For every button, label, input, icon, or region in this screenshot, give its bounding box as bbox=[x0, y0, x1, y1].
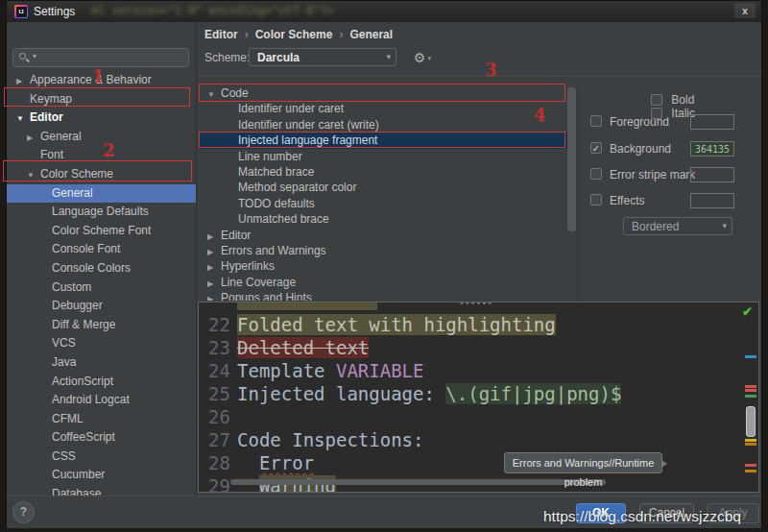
option-item-method-separator-color[interactable]: Method separator color bbox=[200, 180, 571, 195]
options-scrollbar[interactable] bbox=[567, 87, 576, 231]
window-title: Settings bbox=[34, 5, 75, 18]
sidebar-item-vcs[interactable]: VCS bbox=[7, 334, 196, 353]
title-bar[interactable]: ml version="1.0" encoding="utf-8"?> IJ S… bbox=[7, 1, 761, 22]
effect-type-select[interactable]: Bordered ▾ bbox=[623, 217, 732, 235]
help-button[interactable]: ? bbox=[12, 501, 35, 523]
error-stripe-mark[interactable] bbox=[745, 464, 756, 467]
preview-pane: •••••• 22Folded text with highlighting23… bbox=[198, 302, 759, 493]
error-stripe-mark[interactable] bbox=[745, 395, 756, 398]
checkbox-error-stripe-mark[interactable] bbox=[590, 168, 602, 180]
error-stripe-mark[interactable] bbox=[745, 470, 756, 472]
sidebar-item-label: Android Logcat bbox=[52, 393, 130, 406]
breadcrumb-segment[interactable]: Editor bbox=[204, 28, 238, 41]
sidebar-item-custom[interactable]: Custom bbox=[7, 278, 196, 298]
chevron-right-icon: ▶ bbox=[207, 292, 221, 301]
sidebar-item-console-font[interactable]: Console Font bbox=[7, 240, 196, 259]
option-item-label: Editor bbox=[221, 229, 251, 242]
line-number: 26 bbox=[199, 405, 230, 428]
search-input[interactable] bbox=[44, 50, 186, 65]
sidebar-item-label: CFML bbox=[52, 412, 84, 425]
color-options-tree: ▼CodeIdentifier under caretIdentifier un… bbox=[200, 85, 571, 301]
sidebar-item-label: Java bbox=[52, 355, 76, 369]
splitter-handle[interactable]: •••••• bbox=[460, 302, 493, 308]
option-item-label: Line number bbox=[238, 150, 302, 163]
option-item-todo-defaults[interactable]: TODO defaults bbox=[200, 196, 571, 211]
error-stripe-mark[interactable] bbox=[745, 385, 756, 388]
attribute-label: Error stripe mark bbox=[610, 168, 695, 181]
sidebar-item-editor[interactable]: ▼Editor bbox=[7, 109, 196, 128]
checkbox-effects[interactable] bbox=[590, 194, 602, 206]
sidebar-item-label: Cucumber bbox=[52, 468, 105, 481]
sidebar-item-label: Color Scheme Font bbox=[52, 224, 151, 237]
search-options-chevron-icon[interactable]: ▾ bbox=[33, 52, 36, 60]
option-item-label: Popups and Hints bbox=[221, 291, 312, 301]
scheme-label: Scheme: bbox=[204, 51, 250, 64]
sidebar-item-language-defaults[interactable]: Language Defaults bbox=[7, 203, 196, 222]
sidebar-item-general[interactable]: General bbox=[7, 184, 196, 204]
color-field[interactable] bbox=[690, 193, 734, 208]
option-item-identifier-under-caret-write-[interactable]: Identifier under caret (write) bbox=[200, 117, 571, 133]
error-stripe-mark[interactable] bbox=[745, 355, 756, 358]
preview-line: 22Folded text with highlighting bbox=[199, 313, 736, 336]
code-segment-injected: \.(gif|jpg|png)$ bbox=[445, 383, 621, 404]
error-stripe-mark[interactable] bbox=[745, 443, 756, 446]
annotation-box-editor bbox=[4, 87, 190, 107]
option-item-identifier-under-caret[interactable]: Identifier under caret bbox=[200, 101, 571, 116]
preview-vertical-scrollbar[interactable] bbox=[746, 406, 756, 437]
code-segment-plain: Injected language: bbox=[237, 383, 445, 404]
bold-label: Bold bbox=[671, 93, 694, 107]
sidebar-item-android-logcat[interactable]: Android Logcat bbox=[7, 391, 196, 410]
line-number: 24 bbox=[199, 359, 230, 382]
option-item-editor[interactable]: ▶Editor bbox=[200, 228, 571, 243]
sidebar-item-diff-merge[interactable]: Diff & Merge bbox=[7, 316, 196, 335]
option-item-unmatched-brace[interactable]: Unmatched brace bbox=[200, 211, 571, 227]
annotation-number-2: 2 bbox=[103, 140, 115, 160]
checkbox-foreground[interactable] bbox=[590, 115, 602, 127]
color-field[interactable] bbox=[690, 114, 734, 130]
option-item-hyperlinks[interactable]: ▶Hyperlinks bbox=[200, 258, 571, 274]
gear-icon[interactable]: ⚙▾ bbox=[410, 48, 429, 67]
error-stripe-mark[interactable] bbox=[745, 389, 756, 392]
sidebar-item-general[interactable]: ▶General bbox=[7, 128, 196, 147]
search-box[interactable]: ▾ bbox=[12, 48, 189, 67]
sidebar-item-css[interactable]: CSS bbox=[7, 447, 196, 467]
sidebar-item-console-colors[interactable]: Console Colors bbox=[7, 259, 196, 278]
bold-option[interactable]: Bold bbox=[651, 93, 694, 107]
option-item-matched-brace[interactable]: Matched brace bbox=[200, 164, 571, 180]
preview-line: 23Deleted text bbox=[199, 336, 736, 359]
attribute-label: Background bbox=[610, 142, 671, 156]
breadcrumb-segment[interactable]: Color Scheme bbox=[255, 28, 333, 41]
preview-horizontal-scrollbar[interactable] bbox=[230, 479, 606, 485]
attributes-panel: Bold Italic Bordered ▾ Foreground✓Backgr… bbox=[585, 87, 761, 308]
scheme-select[interactable]: Darcula ▾ bbox=[249, 48, 396, 66]
close-icon[interactable]: x bbox=[734, 3, 756, 18]
preview-line: 24Template VARIABLE bbox=[199, 359, 736, 382]
color-field[interactable] bbox=[690, 167, 734, 182]
sidebar-item-coffeescript[interactable]: CoffeeScript bbox=[7, 428, 196, 447]
breadcrumb-segment[interactable]: General bbox=[349, 28, 393, 41]
attribute-label: Effects bbox=[610, 194, 644, 207]
attribute-row-error-stripe-mark: Error stripe mark bbox=[585, 167, 761, 183]
sidebar-item-color-scheme-font[interactable]: Color Scheme Font bbox=[7, 222, 196, 241]
option-item-line-number[interactable]: Line number bbox=[200, 149, 571, 164]
option-item-errors-and-warnings[interactable]: ▶Errors and Warnings bbox=[200, 243, 571, 258]
options-panel-edge bbox=[577, 85, 578, 301]
option-item-popups-and-hints[interactable]: ▶Popups and Hints bbox=[200, 290, 571, 301]
sidebar-item-java[interactable]: Java bbox=[7, 353, 196, 373]
sidebar-item-actionscript[interactable]: ActionScript bbox=[7, 373, 196, 392]
sidebar-item-cfml[interactable]: CFML bbox=[7, 410, 196, 429]
sidebar-item-debugger[interactable]: Debugger bbox=[7, 297, 196, 316]
error-stripe-mark[interactable] bbox=[745, 439, 756, 442]
bold-checkbox[interactable] bbox=[651, 94, 662, 106]
clipped-preview-line bbox=[237, 302, 377, 310]
tooltip-arrow bbox=[661, 460, 667, 468]
option-item-label: Errors and Warnings bbox=[221, 244, 326, 257]
preview-line: 27Code Inspections: bbox=[199, 428, 736, 451]
checkbox-background[interactable]: ✓ bbox=[590, 142, 602, 154]
sidebar-item-cucumber[interactable]: Cucumber bbox=[7, 466, 196, 485]
sidebar-item-label: General bbox=[40, 130, 82, 143]
option-item-label: Method separator color bbox=[238, 181, 356, 194]
color-field[interactable]: 364135 bbox=[690, 141, 734, 157]
option-item-label: Hyperlinks bbox=[221, 259, 275, 273]
option-item-line-coverage[interactable]: ▶Line Coverage bbox=[200, 275, 571, 290]
